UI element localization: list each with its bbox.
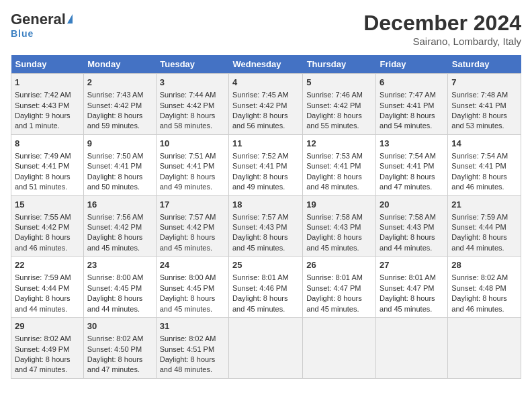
daylight-minutes-text: and 48 minutes.: [306, 183, 359, 191]
day-number: 31: [160, 320, 225, 332]
table-row: [376, 318, 448, 379]
sunrise-text: Sunrise: 8:00 AM: [160, 273, 216, 281]
logo-triangle-icon: [67, 14, 73, 24]
day-number: 20: [380, 199, 444, 211]
daylight-text: Daylight: 8 hours: [451, 294, 507, 302]
sunrise-text: Sunrise: 7:52 AM: [232, 152, 289, 160]
daylight-text: Daylight: 8 hours: [160, 111, 216, 120]
daylight-minutes-text: and 1 minute.: [15, 122, 60, 130]
day-number: 6: [380, 77, 444, 89]
sunset-text: Sunset: 4:42 PM: [15, 223, 69, 231]
sunrise-text: Sunrise: 7:49 AM: [15, 152, 71, 160]
table-row: 19Sunrise: 7:58 AMSunset: 4:43 PMDayligh…: [303, 195, 376, 257]
daylight-text: Daylight: 8 hours: [380, 173, 435, 181]
col-saturday: Saturday: [448, 55, 521, 74]
sunrise-text: Sunrise: 8:02 AM: [451, 273, 508, 281]
daylight-text: Daylight: 8 hours: [87, 111, 143, 120]
sunset-text: Sunset: 4:45 PM: [87, 284, 142, 292]
day-number: 10: [160, 138, 225, 150]
day-number: 3: [160, 77, 225, 89]
sunrise-text: Sunrise: 7:50 AM: [87, 152, 144, 160]
table-row: 7Sunrise: 7:48 AMSunset: 4:41 PMDaylight…: [448, 74, 521, 135]
day-number: 2: [87, 77, 152, 89]
calendar-week-row: 22Sunrise: 7:59 AMSunset: 4:44 PMDayligh…: [11, 257, 521, 318]
daylight-minutes-text: and 49 minutes.: [232, 183, 285, 191]
calendar-week-row: 15Sunrise: 7:55 AMSunset: 4:42 PMDayligh…: [11, 195, 521, 257]
table-row: 26Sunrise: 8:01 AMSunset: 4:47 PMDayligh…: [303, 257, 376, 318]
sunrise-text: Sunrise: 7:57 AM: [160, 213, 216, 221]
daylight-text: Daylight: 8 hours: [451, 233, 507, 241]
daylight-minutes-text: and 55 minutes.: [306, 122, 359, 130]
day-number: 23: [87, 259, 152, 271]
sunset-text: Sunset: 4:42 PM: [232, 101, 287, 109]
day-number: 18: [232, 199, 299, 211]
col-friday: Friday: [376, 55, 448, 74]
daylight-minutes-text: and 53 minutes.: [451, 122, 504, 130]
table-row: 25Sunrise: 8:01 AMSunset: 4:46 PMDayligh…: [228, 257, 302, 318]
sunrise-text: Sunrise: 7:56 AM: [87, 213, 144, 221]
daylight-minutes-text: and 56 minutes.: [232, 122, 285, 130]
daylight-text: Daylight: 8 hours: [87, 173, 143, 181]
daylight-text: Daylight: 8 hours: [15, 355, 71, 363]
calendar-week-row: 1Sunrise: 7:42 AMSunset: 4:43 PMDaylight…: [11, 74, 521, 135]
sunrise-text: Sunrise: 7:43 AM: [87, 91, 144, 99]
sunset-text: Sunset: 4:47 PM: [306, 284, 361, 292]
table-row: 24Sunrise: 8:00 AMSunset: 4:45 PMDayligh…: [156, 257, 228, 318]
day-number: 14: [451, 138, 517, 150]
sunset-text: Sunset: 4:46 PM: [232, 284, 287, 292]
sunrise-text: Sunrise: 8:02 AM: [160, 334, 216, 342]
sunrise-text: Sunrise: 8:00 AM: [87, 273, 144, 281]
sunrise-text: Sunrise: 8:01 AM: [380, 273, 436, 281]
page-header: General Blue December 2024 Sairano, Lomb…: [11, 11, 521, 47]
table-row: 31Sunrise: 8:02 AMSunset: 4:51 PMDayligh…: [156, 318, 228, 379]
sunset-text: Sunset: 4:41 PM: [15, 162, 69, 170]
month-title: December 2024: [363, 11, 521, 36]
daylight-text: Daylight: 8 hours: [160, 173, 216, 181]
col-wednesday: Wednesday: [228, 55, 302, 74]
sunrise-text: Sunrise: 7:48 AM: [451, 91, 508, 99]
day-number: 22: [15, 259, 80, 271]
day-number: 8: [15, 138, 80, 150]
daylight-minutes-text: and 44 minutes.: [15, 305, 67, 313]
table-row: 18Sunrise: 7:57 AMSunset: 4:43 PMDayligh…: [228, 195, 302, 257]
sunset-text: Sunset: 4:42 PM: [87, 101, 142, 109]
sunset-text: Sunset: 4:51 PM: [160, 345, 214, 353]
col-tuesday: Tuesday: [156, 55, 228, 74]
day-number: 29: [15, 320, 80, 332]
table-row: 12Sunrise: 7:53 AMSunset: 4:41 PMDayligh…: [303, 134, 376, 195]
table-row: 20Sunrise: 7:58 AMSunset: 4:43 PMDayligh…: [376, 195, 448, 257]
sunrise-text: Sunrise: 7:53 AM: [306, 152, 363, 160]
day-number: 28: [451, 259, 517, 271]
daylight-minutes-text: and 45 minutes.: [160, 244, 212, 252]
sunrise-text: Sunrise: 8:02 AM: [87, 334, 144, 342]
daylight-minutes-text: and 48 minutes.: [160, 365, 212, 373]
daylight-minutes-text: and 46 minutes.: [451, 183, 504, 191]
daylight-text: Daylight: 8 hours: [451, 173, 507, 181]
day-number: 24: [160, 259, 225, 271]
day-number: 19: [306, 199, 372, 211]
table-row: 2Sunrise: 7:43 AMSunset: 4:42 PMDaylight…: [83, 74, 156, 135]
daylight-minutes-text: and 47 minutes.: [15, 365, 67, 373]
daylight-minutes-text: and 59 minutes.: [87, 122, 140, 130]
daylight-minutes-text: and 44 minutes.: [451, 244, 504, 252]
day-number: 9: [87, 138, 152, 150]
table-row: 13Sunrise: 7:54 AMSunset: 4:41 PMDayligh…: [376, 134, 448, 195]
sunset-text: Sunset: 4:48 PM: [451, 284, 506, 292]
table-row: 15Sunrise: 7:55 AMSunset: 4:42 PMDayligh…: [11, 195, 84, 257]
sunrise-text: Sunrise: 7:58 AM: [306, 213, 363, 221]
day-number: 16: [87, 199, 152, 211]
table-row: 9Sunrise: 7:50 AMSunset: 4:41 PMDaylight…: [83, 134, 156, 195]
sunrise-text: Sunrise: 7:59 AM: [15, 273, 71, 281]
sunset-text: Sunset: 4:41 PM: [306, 162, 361, 170]
daylight-text: Daylight: 8 hours: [306, 233, 362, 241]
daylight-text: Daylight: 8 hours: [306, 173, 362, 181]
table-row: 1Sunrise: 7:42 AMSunset: 4:43 PMDaylight…: [11, 74, 84, 135]
daylight-minutes-text: and 46 minutes.: [451, 305, 504, 313]
sunrise-text: Sunrise: 7:58 AM: [380, 213, 436, 221]
table-row: 5Sunrise: 7:46 AMSunset: 4:42 PMDaylight…: [303, 74, 376, 135]
sunset-text: Sunset: 4:41 PM: [380, 162, 434, 170]
sunset-text: Sunset: 4:50 PM: [87, 345, 142, 353]
sunset-text: Sunset: 4:42 PM: [87, 223, 142, 231]
table-row: 27Sunrise: 8:01 AMSunset: 4:47 PMDayligh…: [376, 257, 448, 318]
daylight-minutes-text: and 44 minutes.: [380, 244, 432, 252]
